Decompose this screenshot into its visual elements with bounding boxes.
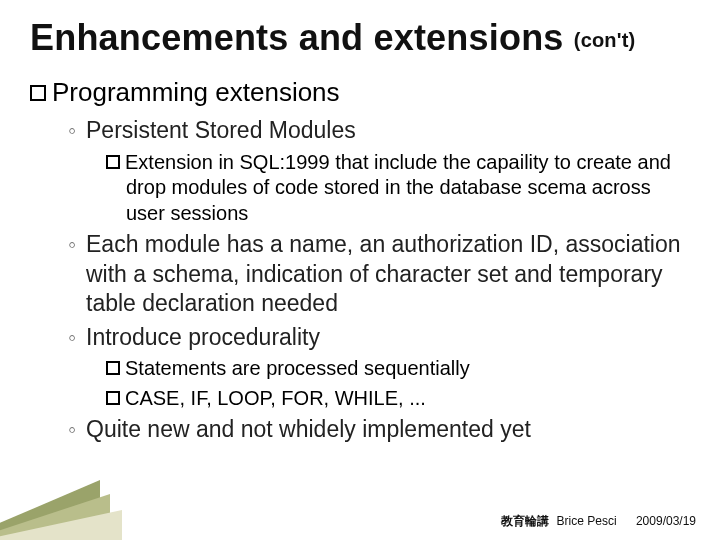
bullet-3-sub2: CASE, IF, LOOP, FOR, WHILE, ... <box>30 386 690 412</box>
lvl1-heading: Programming extensions <box>52 77 340 107</box>
title-suffix: (con't) <box>574 29 636 51</box>
bullet-2-text: Each module has a name, an authorization… <box>86 231 681 316</box>
square-bullet-icon <box>106 361 120 375</box>
bullet-1: ◦Persistent Stored Modules <box>30 116 690 145</box>
bullet-4: ◦Quite new and not whidely implemented y… <box>30 415 690 444</box>
square-bullet-icon <box>106 391 120 405</box>
square-bullet-icon <box>30 85 46 101</box>
circle-bullet-icon: ◦ <box>68 415 86 444</box>
footer-author: Brice Pesci <box>557 514 617 528</box>
slide-title: Enhancements and extensions (con't) <box>30 18 690 58</box>
bullet-2: ◦Each module has a name, an authorizatio… <box>30 230 690 318</box>
title-main: Enhancements and extensions <box>30 17 564 58</box>
bullet-1-text: Persistent Stored Modules <box>86 117 356 143</box>
bullet-3: ◦Introduce procedurality <box>30 323 690 352</box>
lvl1-heading-row: Programming extensions <box>30 76 690 109</box>
bullet-3-sub1-text: Statements are processed sequentially <box>125 357 470 379</box>
bullet-3-sub1: Statements are processed sequentially <box>30 356 690 382</box>
bullet-3-sub2-text: CASE, IF, LOOP, FOR, WHILE, ... <box>125 387 426 409</box>
bullet-4-text: Quite new and not whidely implemented ye… <box>86 416 531 442</box>
circle-bullet-icon: ◦ <box>68 323 86 352</box>
circle-bullet-icon: ◦ <box>68 116 86 145</box>
circle-bullet-icon: ◦ <box>68 230 86 259</box>
square-bullet-icon <box>106 155 120 169</box>
decor-triangle-inner <box>0 510 122 540</box>
slide: Enhancements and extensions (con't) Prog… <box>0 0 720 540</box>
footer-label: 教育輪講 <box>501 514 549 528</box>
bullet-3-text: Introduce procedurality <box>86 324 320 350</box>
footer-date: 2009/03/19 <box>636 514 696 528</box>
bullet-1-sub: Extension in SQL:1999 that include the c… <box>30 150 690 227</box>
footer: 教育輪講 Brice Pesci 2009/03/19 <box>501 513 696 530</box>
bullet-1-sub-text: Extension in SQL:1999 that include the c… <box>125 151 671 224</box>
